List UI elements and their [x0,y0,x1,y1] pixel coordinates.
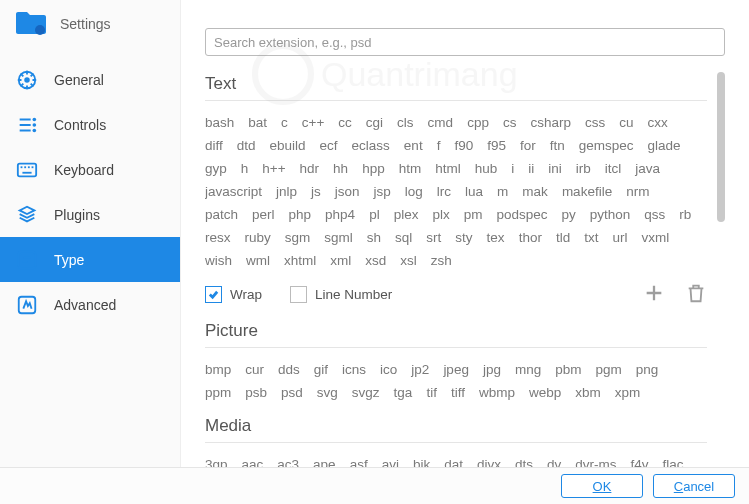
ext-tag[interactable]: png [636,360,659,379]
scrollbar[interactable] [717,72,725,452]
ext-tag[interactable]: bik [413,455,430,467]
ext-tag[interactable]: ebuild [270,136,306,155]
ext-tag[interactable]: ii [528,159,534,178]
ext-tag[interactable]: mng [515,360,541,379]
ext-tag[interactable]: cpp [467,113,489,132]
ext-tag[interactable]: hub [475,159,498,178]
ext-tag[interactable]: cxx [647,113,667,132]
sidebar-item-keyboard[interactable]: Keyboard [0,147,180,192]
ext-tag[interactable]: nrm [626,182,649,201]
line-number-checkbox[interactable]: Line Number [290,286,392,303]
ext-tag[interactable]: psb [245,383,267,402]
sidebar-item-plugins[interactable]: Plugins [0,192,180,237]
ext-tag[interactable]: flac [663,455,684,467]
ext-tag[interactable]: srt [426,228,441,247]
ext-tag[interactable]: js [311,182,321,201]
ext-tag[interactable]: hdr [300,159,320,178]
ext-tag[interactable]: podspec [496,205,547,224]
ext-tag[interactable]: eclass [352,136,390,155]
ext-tag[interactable]: i [511,159,514,178]
ok-button[interactable]: OK [561,474,643,498]
ext-tag[interactable]: sgml [324,228,353,247]
ext-tag[interactable]: dts [515,455,533,467]
ext-tag[interactable]: tld [556,228,570,247]
cancel-button[interactable]: Cancel [653,474,735,498]
ext-tag[interactable]: cu [619,113,633,132]
ext-tag[interactable]: css [585,113,605,132]
ext-tag[interactable]: ac3 [277,455,299,467]
ext-tag[interactable]: c++ [302,113,325,132]
ext-tag[interactable]: log [405,182,423,201]
ext-tag[interactable]: ecf [320,136,338,155]
ext-tag[interactable]: javascript [205,182,262,201]
ext-tag[interactable]: cc [338,113,352,132]
ext-tag[interactable]: ruby [245,228,271,247]
ext-tag[interactable]: wish [205,251,232,270]
ext-tag[interactable]: divx [477,455,501,467]
ext-tag[interactable]: avi [382,455,399,467]
ext-tag[interactable]: diff [205,136,223,155]
ext-tag[interactable]: ico [380,360,397,379]
ext-tag[interactable]: irb [576,159,591,178]
ext-tag[interactable]: bash [205,113,234,132]
ext-tag[interactable]: json [335,182,360,201]
ext-tag[interactable]: gemspec [579,136,634,155]
ext-tag[interactable]: pm [464,205,483,224]
wrap-checkbox[interactable]: Wrap [205,286,262,303]
ext-tag[interactable]: php [289,205,312,224]
ext-tag[interactable]: f90 [454,136,473,155]
ext-tag[interactable]: gyp [205,159,227,178]
ext-tag[interactable]: php4 [325,205,355,224]
ext-tag[interactable]: wbmp [479,383,515,402]
ext-tag[interactable]: pbm [555,360,581,379]
ext-tag[interactable]: url [612,228,627,247]
ext-tag[interactable]: java [635,159,660,178]
ext-tag[interactable]: sh [367,228,381,247]
delete-icon[interactable] [685,282,707,307]
ext-tag[interactable]: txt [584,228,598,247]
ext-tag[interactable]: xsd [365,251,386,270]
ext-tag[interactable]: hpp [362,159,385,178]
ext-tag[interactable]: dv [547,455,561,467]
ext-tag[interactable]: glade [648,136,681,155]
ext-tag[interactable]: h [241,159,249,178]
ext-tag[interactable]: f [437,136,441,155]
ext-tag[interactable]: jsp [374,182,391,201]
ext-tag[interactable]: thor [519,228,542,247]
ext-tag[interactable]: xbm [575,383,601,402]
ext-tag[interactable]: jp2 [411,360,429,379]
ext-tag[interactable]: 3gp [205,455,228,467]
ext-tag[interactable]: py [561,205,575,224]
ext-tag[interactable]: h++ [262,159,285,178]
ext-tag[interactable]: vxml [641,228,669,247]
ext-tag[interactable]: html [435,159,461,178]
ext-tag[interactable]: dvr-ms [575,455,616,467]
ext-tag[interactable]: perl [252,205,275,224]
search-input[interactable] [205,28,725,56]
ext-tag[interactable]: jpg [483,360,501,379]
ext-tag[interactable]: f95 [487,136,506,155]
ext-tag[interactable]: cls [397,113,414,132]
add-icon[interactable] [643,282,665,307]
ext-tag[interactable]: dat [444,455,463,467]
ext-tag[interactable]: jpeg [443,360,469,379]
sidebar-item-controls[interactable]: Controls [0,102,180,147]
ext-tag[interactable]: rb [679,205,691,224]
ext-tag[interactable]: xsl [400,251,417,270]
ext-tag[interactable]: hh [333,159,348,178]
ext-tag[interactable]: f4v [631,455,649,467]
ext-tag[interactable]: plex [394,205,419,224]
ext-tag[interactable]: jnlp [276,182,297,201]
ext-tag[interactable]: python [590,205,631,224]
ext-tag[interactable]: asf [350,455,368,467]
ext-tag[interactable]: sty [455,228,472,247]
ext-tag[interactable]: makefile [562,182,612,201]
ext-tag[interactable]: mak [522,182,548,201]
ext-tag[interactable]: cmd [428,113,454,132]
ext-tag[interactable]: c [281,113,288,132]
ext-tag[interactable]: cgi [366,113,383,132]
sidebar-item-general[interactable]: General [0,57,180,102]
ext-tag[interactable]: tiff [451,383,465,402]
ext-tag[interactable]: xhtml [284,251,316,270]
ext-tag[interactable]: m [497,182,508,201]
